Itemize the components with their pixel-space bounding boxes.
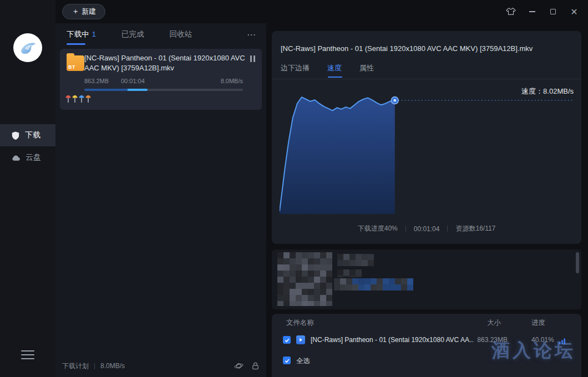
- task-progress-bar: [84, 89, 243, 91]
- select-all-label: 全选: [296, 356, 310, 366]
- check-icon: [284, 337, 290, 343]
- task-tabs: 下载中1 已完成 回收站 ⋯: [55, 23, 266, 45]
- umbrella-icon: [72, 94, 78, 104]
- file-row[interactable]: [NC-Raws] Pantheon - 01 (Sentai 1920x108…: [272, 333, 581, 347]
- download-task-card[interactable]: BT [NC-Raws] Pantheon - 01 (Sentai 1920x…: [60, 49, 262, 110]
- censored-text-mosaic: [337, 269, 363, 277]
- detail-tabs: 边下边播 速度 属性: [281, 60, 374, 77]
- tab-label: 已完成: [121, 30, 144, 38]
- close-button[interactable]: ✕: [569, 7, 579, 17]
- play-icon[interactable]: [296, 335, 305, 344]
- tab-label: 速度: [327, 64, 342, 72]
- download-plan-statusbar: 下载计划 8.0MB/s: [62, 360, 260, 371]
- file-list-card: 文件名称 大小 进度 [NC-Raws] Pantheon - 01 (Sent…: [272, 314, 581, 377]
- boost-icon[interactable]: [234, 361, 244, 370]
- file-size: 863.23MB: [463, 336, 508, 344]
- umbrella-icon: [79, 94, 84, 104]
- tab-speed[interactable]: 速度: [327, 60, 342, 77]
- topbar: ＋ 新建 ✕: [55, 0, 588, 23]
- close-icon: ✕: [570, 7, 577, 17]
- speed-current-label: 速度：8.02MB/s: [521, 86, 574, 96]
- stat-resources: 资源数16/117: [455, 224, 495, 233]
- header-progress: 进度: [531, 318, 545, 328]
- sidebar-item-label: 云盘: [26, 152, 41, 162]
- tab-label: 属性: [359, 64, 374, 72]
- divider: [405, 226, 406, 232]
- maximize-button[interactable]: [548, 7, 558, 17]
- sidebar-item-cloud[interactable]: 云盘: [0, 146, 55, 169]
- file-name: [NC-Raws] Pantheon - 01 (Sentai 1920x108…: [311, 336, 474, 344]
- tab-trash[interactable]: 回收站: [169, 24, 194, 45]
- divider: [447, 226, 448, 232]
- new-task-button[interactable]: ＋ 新建: [62, 4, 105, 19]
- bird-logo-icon: [16, 35, 40, 60]
- speed-chart-card: [NC-Raws] Pantheon - 01 (Sentai 1920x108…: [272, 31, 581, 244]
- tab-downloading[interactable]: 下载中1: [65, 24, 97, 45]
- theme-shirt-icon[interactable]: [506, 7, 516, 17]
- tab-label: 回收站: [170, 30, 192, 38]
- task-meta: 863.2MB 00:01:04 8.0MB/s: [84, 78, 243, 85]
- file-list-header: 文件名称 大小 进度: [272, 318, 581, 329]
- tab-play-while-download[interactable]: 边下边播: [281, 60, 310, 77]
- select-all-checkbox[interactable]: [283, 356, 291, 364]
- detail-file-title: [NC-Raws] Pantheon - 01 (Sentai 1920x108…: [281, 44, 572, 53]
- lock-icon[interactable]: [251, 361, 260, 370]
- task-speed: 8.0MB/s: [221, 78, 243, 84]
- sidebar-item-downloads[interactable]: 下载: [0, 124, 55, 146]
- bt-folder-icon: BT: [67, 55, 84, 71]
- umbrella-icon: [85, 94, 91, 104]
- select-all-row[interactable]: 全选: [272, 355, 581, 367]
- tab-completed[interactable]: 已完成: [120, 24, 145, 45]
- stat-progress: 下载进度40%: [358, 224, 398, 233]
- task-list-panel: 下载中1 已完成 回收站 ⋯ BT [NC-Raws] Pantheon - 0…: [55, 23, 266, 377]
- maximize-icon: [550, 9, 556, 14]
- task-elapsed: 00:01:04: [121, 78, 145, 84]
- check-icon: [284, 358, 290, 364]
- plan-label[interactable]: 下载计划: [62, 361, 89, 371]
- censored-section: [272, 249, 581, 309]
- tab-label: 边下边播: [281, 64, 310, 72]
- sidebar-item-label: 下载: [25, 130, 40, 140]
- minimize-button[interactable]: [527, 7, 537, 17]
- hamburger-icon[interactable]: [21, 350, 34, 359]
- stat-elapsed: 00:01:04: [414, 225, 440, 233]
- plus-icon: ＋: [72, 7, 79, 17]
- tab-properties[interactable]: 属性: [359, 60, 374, 77]
- speed-chart: 速度：8.02MB/s: [280, 86, 574, 214]
- chart-marker-core: [393, 99, 396, 102]
- censored-avatar-mosaic: [277, 252, 332, 306]
- umbrella-icon: [65, 94, 71, 104]
- censored-band-mosaic: [334, 278, 415, 291]
- sidebar: 下载 云盘: [0, 0, 55, 377]
- download-stats: 下载进度40% 00:01:04 资源数16/117: [272, 224, 581, 233]
- plan-speed: 8.0MB/s: [100, 362, 125, 370]
- scrollbar-thumb[interactable]: [576, 252, 579, 273]
- task-progress-fill: [84, 89, 148, 91]
- shield-icon: [11, 131, 20, 140]
- download-manager-window: 下载 云盘 ＋ 新建 ✕ 下载中1: [0, 0, 588, 377]
- divider: [94, 363, 95, 369]
- app-logo: [13, 33, 42, 62]
- file-checkbox[interactable]: [283, 336, 291, 344]
- detail-panel: [NC-Raws] Pantheon - 01 (Sentai 1920x108…: [272, 23, 581, 377]
- header-size: 大小: [487, 318, 501, 328]
- tab-count-badge: 1: [92, 30, 97, 38]
- bars-icon: [559, 337, 566, 347]
- window-controls: ✕: [506, 7, 588, 17]
- speed-chart-svg: [280, 86, 574, 214]
- sidebar-nav: 下载 云盘: [0, 124, 55, 169]
- divider: [272, 79, 581, 79]
- task-size: 863.2MB: [84, 78, 109, 84]
- chart-area-path: [280, 97, 395, 214]
- censored-text-mosaic: [337, 254, 374, 266]
- new-task-label: 新建: [82, 7, 96, 17]
- tab-label: 下载中: [67, 30, 89, 38]
- pause-icon[interactable]: [249, 55, 256, 63]
- header-file-name: 文件名称: [286, 318, 314, 328]
- file-progress: 40.01%: [531, 336, 554, 344]
- minimize-icon: [529, 11, 535, 12]
- cloud-icon: [11, 154, 21, 162]
- task-title: [NC-Raws] Pantheon - 01 (Sentai 1920x108…: [84, 53, 246, 73]
- peer-icons: [65, 94, 91, 104]
- more-options-icon[interactable]: ⋯: [247, 29, 256, 40]
